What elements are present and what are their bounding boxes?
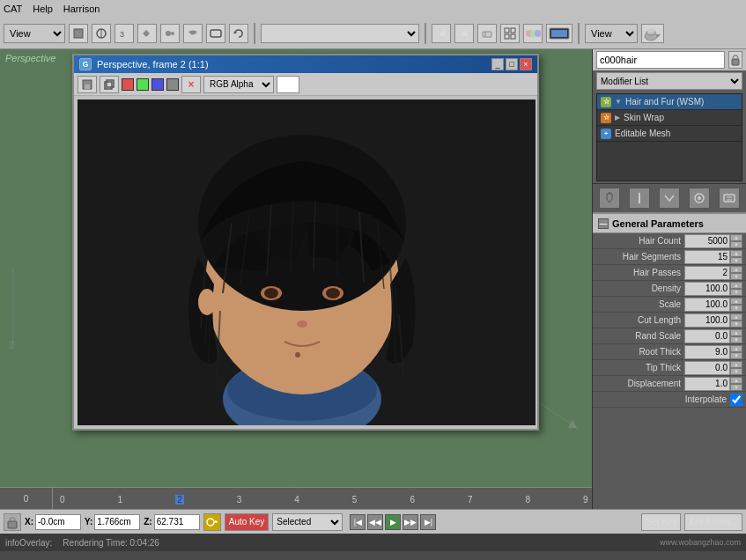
render-color-green[interactable] (137, 78, 149, 91)
param-input-cut-length[interactable] (684, 313, 730, 328)
param-input-tip-thick[interactable] (684, 361, 730, 375)
object-name-input[interactable] (596, 51, 725, 69)
menu-help[interactable]: Help (33, 4, 53, 14)
toolbar-circles[interactable] (523, 24, 543, 43)
param-input-hair-passes[interactable] (684, 266, 730, 280)
minimize-btn[interactable]: _ (491, 58, 504, 70)
toolbar-btn-7[interactable] (206, 24, 225, 43)
toolbar-btn-1[interactable] (69, 24, 88, 43)
play-end-btn[interactable]: ▶| (420, 514, 436, 530)
spin-up-hair-passes[interactable]: ▲ (730, 266, 742, 273)
view-select[interactable]: View (4, 24, 65, 43)
param-input-density[interactable] (684, 282, 730, 296)
modifier-item-hair[interactable]: ☆ ▼ Hair and Fur (WSM) (597, 94, 742, 110)
spin-dn-rand-scale[interactable]: ▼ (730, 336, 742, 343)
toolbar-main-dropdown[interactable] (261, 24, 419, 43)
spin-dn-density[interactable]: ▼ (730, 289, 742, 296)
x-value[interactable]: -0.0cm (35, 514, 81, 530)
y-value[interactable]: 1.766cm (94, 514, 140, 530)
panel-btn-3[interactable] (659, 188, 680, 209)
modifier-item-mesh[interactable]: + Editable Mesh (597, 126, 742, 142)
spin-dn-displacement[interactable]: ▼ (730, 384, 742, 391)
param-checkbox-interpolate[interactable] (730, 394, 742, 406)
watermark-area: www.wobangzhao.com (660, 538, 741, 547)
param-label-scale: Scale (596, 299, 684, 309)
play-start-btn[interactable]: |◀ (350, 514, 366, 530)
spin-up-hair-count[interactable]: ▲ (730, 234, 742, 241)
spin-up-root-thick[interactable]: ▲ (730, 345, 742, 352)
param-input-hair-count[interactable] (684, 234, 730, 248)
tick-4: 4 (294, 495, 299, 505)
hair-mod-label: Hair and Fur (WSM) (625, 97, 704, 107)
toolbar-btn-3[interactable]: 3 (114, 24, 134, 43)
spin-dn-hair-passes[interactable]: ▼ (730, 273, 742, 280)
spin-dn-root-thick[interactable]: ▼ (730, 352, 742, 359)
render-color-swatch[interactable] (277, 76, 299, 93)
spin-up-rand-scale[interactable]: ▲ (730, 329, 742, 336)
spin-up-tip-thick[interactable]: ▲ (730, 361, 742, 368)
panel-btn-2[interactable] (629, 188, 650, 209)
toolbar-play-start[interactable]: |◀ (432, 24, 451, 43)
render-save-btn[interactable] (78, 76, 97, 93)
params-collapse-btn[interactable]: — (598, 218, 609, 229)
render-color-blue[interactable] (151, 78, 164, 91)
maximize-btn[interactable]: □ (506, 58, 518, 70)
selected-dropdown[interactable]: Selected (272, 513, 343, 531)
toolbar-play-prev[interactable]: ◀ (454, 24, 474, 43)
render-color-gray[interactable] (166, 78, 179, 91)
panel-btn-5[interactable] (719, 188, 740, 209)
play-btn[interactable]: ▶ (385, 514, 401, 530)
toolbar-eraser[interactable] (477, 24, 497, 43)
toolbar-btn-2[interactable] (92, 24, 111, 43)
viewport-area[interactable]: Perspective Z G Perspect (0, 49, 592, 509)
spin-up-displacement[interactable]: ▲ (730, 377, 742, 384)
view-select-right[interactable]: View (585, 24, 638, 43)
set-key-btn[interactable]: Set Key (641, 513, 681, 531)
toolbar-grid[interactable] (500, 24, 520, 43)
modifier-item-skin[interactable]: ☆ ▶ Skin Wrap (597, 110, 742, 126)
key-filters-btn[interactable]: Key Filters... (684, 513, 742, 531)
status-lock-icon[interactable] (4, 513, 21, 531)
object-lock-btn[interactable] (728, 51, 742, 69)
param-input-rand-scale[interactable] (684, 329, 730, 343)
toolbar-btn-undo[interactable] (229, 24, 248, 43)
auto-key-btn[interactable]: Auto Key (225, 513, 270, 531)
param-input-scale[interactable] (684, 298, 730, 312)
z-value[interactable]: 62.731 (154, 514, 200, 530)
spin-dn-scale[interactable]: ▼ (730, 305, 742, 312)
param-row-root-thick: Root Thick ▲ ▼ (593, 344, 746, 360)
render-color-red[interactable] (122, 78, 134, 91)
svg-point-5 (171, 32, 174, 35)
skin-mod-label: Skin Wrap (624, 113, 664, 122)
param-spinner-density: ▲ ▼ (730, 282, 742, 296)
spin-up-cut-length[interactable]: ▲ (730, 313, 742, 321)
toolbar-btn-6[interactable] (183, 24, 203, 43)
play-next-btn[interactable]: ▶▶ (403, 514, 418, 530)
spin-dn-tip-thick[interactable]: ▼ (730, 368, 742, 375)
spin-up-scale[interactable]: ▲ (730, 298, 742, 305)
render-copy-btn[interactable] (100, 76, 119, 93)
panel-btn-4[interactable] (689, 188, 710, 209)
toolbar-btn-5[interactable] (160, 24, 180, 43)
toolbar-teapot[interactable] (641, 24, 664, 43)
svg-rect-67 (724, 195, 735, 202)
play-prev-btn[interactable]: ◀◀ (367, 514, 383, 530)
spin-dn-hair-count[interactable]: ▼ (730, 241, 742, 248)
close-btn[interactable]: × (520, 58, 532, 70)
param-input-displacement[interactable] (684, 377, 730, 391)
pin-btn[interactable] (599, 188, 620, 209)
render-close-btn[interactable]: × (181, 76, 201, 93)
param-input-hair-segments[interactable] (684, 250, 730, 264)
spin-up-hair-segments[interactable]: ▲ (730, 250, 742, 257)
menu-harrison[interactable]: Harrison (63, 4, 100, 14)
toolbar-monitor[interactable] (546, 24, 572, 43)
spin-dn-cut-length[interactable]: ▼ (730, 321, 742, 328)
render-mode-select[interactable]: RGB Alpha (203, 76, 274, 93)
param-row-displacement: Displacement ▲ ▼ (593, 376, 746, 392)
toolbar-btn-4[interactable] (137, 24, 157, 43)
param-input-root-thick[interactable] (684, 345, 730, 359)
spin-dn-hair-segments[interactable]: ▼ (730, 257, 742, 264)
spin-up-density[interactable]: ▲ (730, 282, 742, 289)
modifier-list-dropdown[interactable]: Modifier List (596, 72, 742, 90)
menu-cat[interactable]: CAT (4, 4, 22, 14)
